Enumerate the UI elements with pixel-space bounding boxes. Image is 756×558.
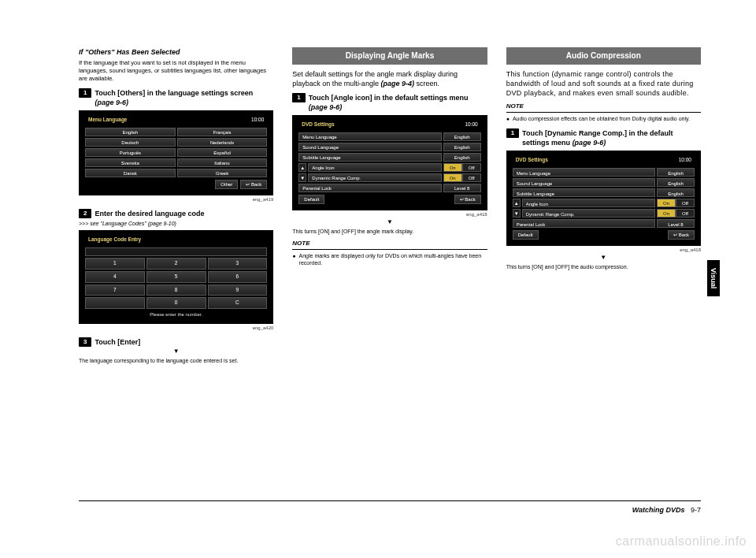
- lang-option[interactable]: Deutsch: [85, 138, 176, 147]
- keypad-key[interactable]: 7: [85, 285, 145, 296]
- step-number-icon: 1: [79, 88, 91, 98]
- keypad-key[interactable]: 5: [146, 271, 206, 283]
- lang-option[interactable]: Greek: [177, 169, 268, 177]
- step-text: Touch [Enter]: [94, 337, 140, 347]
- figure-caption: eng_a418: [506, 247, 701, 253]
- back-button[interactable]: ↩ Back: [454, 195, 481, 204]
- step-2: 2 Enter the desired language code: [79, 209, 273, 218]
- cross-reference: >>> see "Language Codes" (page 9-10): [79, 220, 273, 227]
- setting-value: Level 8: [657, 219, 695, 228]
- toggle[interactable]: OnOff: [443, 163, 481, 172]
- setting-label[interactable]: Parental Lock: [513, 219, 655, 228]
- intro-text: Set default settings for the angle mark …: [292, 69, 487, 88]
- keypad-key[interactable]: [85, 297, 145, 309]
- keypad-key[interactable]: 3: [208, 258, 268, 270]
- setting-label[interactable]: Subtitle Language: [298, 153, 441, 162]
- figure-caption: eng_a419: [79, 196, 273, 203]
- scroll-arrow-icon[interactable]: ▼: [298, 173, 306, 182]
- setting-label[interactable]: Sound Language: [298, 143, 441, 151]
- column-1: If "Others" Has Been Selected If the lan…: [79, 47, 273, 370]
- keypad-key[interactable]: 0: [146, 297, 206, 309]
- figure-caption: eng_a418: [292, 211, 487, 218]
- lang-option[interactable]: Svenska: [85, 158, 176, 167]
- screenshot-code-entry: Language Code Entry 1 2 3 4 5 6 7 8 9 0 …: [79, 230, 273, 324]
- column-2: Displaying Angle Marks Set default setti…: [292, 47, 487, 370]
- setting-label[interactable]: Subtitle Language: [513, 188, 655, 197]
- intro-text: If the language that you want to set is …: [79, 59, 273, 83]
- step-number-icon: 1: [292, 93, 305, 102]
- setting-value: English: [443, 143, 481, 151]
- shot-time: 10:00: [679, 157, 691, 164]
- lang-option[interactable]: English: [85, 128, 176, 136]
- note-text: ● Angle marks are displayed only for DVD…: [292, 252, 487, 267]
- setting-label[interactable]: Sound Language: [513, 178, 655, 187]
- step-text: Enter the desired language code: [94, 209, 204, 218]
- bullet-icon: ●: [506, 115, 510, 122]
- default-button[interactable]: Default: [513, 230, 539, 240]
- watermark: carmanualsonline.info: [616, 534, 747, 549]
- toggle[interactable]: OnOff: [657, 199, 695, 207]
- setting-label[interactable]: Menu Language: [298, 132, 441, 141]
- column-3: Audio Compression This function (dynamic…: [506, 47, 701, 370]
- keypad-key[interactable]: 9: [208, 285, 268, 296]
- step-number-icon: 3: [79, 337, 91, 347]
- other-button[interactable]: Other: [215, 180, 238, 189]
- step-text: Touch [Angle icon] in the default settin…: [309, 93, 487, 112]
- note-heading: NOTE: [506, 102, 701, 113]
- screenshot-menu-language: Menu Language 10:00 English Français Deu…: [79, 110, 273, 195]
- lang-option[interactable]: Italiano: [177, 158, 268, 167]
- flow-arrow-icon: ▼: [506, 254, 701, 262]
- intro-text: This function (dynamic range control) co…: [506, 69, 701, 98]
- shot-title: Menu Language: [88, 117, 127, 124]
- screenshot-dvd-settings: DVD Settings 10:00 Menu LanguageEnglish …: [506, 151, 701, 246]
- prompt-text: Please enter the number.: [85, 311, 267, 318]
- lang-option[interactable]: Dansk: [85, 169, 176, 177]
- setting-label[interactable]: Dynamic Range Comp.: [308, 173, 441, 182]
- back-button[interactable]: ↩ Back: [240, 180, 267, 189]
- shot-title: DVD Settings: [516, 157, 548, 164]
- keypad-key[interactable]: C: [208, 297, 268, 309]
- step-1: 1 Touch [Dynamic Range Comp.] in the def…: [506, 128, 701, 147]
- toggle[interactable]: OnOff: [657, 209, 695, 218]
- lang-option[interactable]: Nederlands: [177, 138, 268, 147]
- setting-value: English: [443, 153, 481, 162]
- back-button[interactable]: ↩ Back: [668, 230, 695, 240]
- code-entry-field[interactable]: [85, 247, 267, 256]
- section-tab: Visual: [707, 260, 720, 296]
- step-number-icon: 2: [79, 209, 91, 218]
- keypad-key[interactable]: 1: [85, 258, 145, 270]
- page-footer: Watching DVDs 9-7: [632, 506, 701, 514]
- setting-label[interactable]: Dynamic Range Comp.: [522, 209, 655, 218]
- scroll-arrow-icon[interactable]: ▼: [513, 209, 521, 218]
- subsection-heading: If "Others" Has Been Selected: [79, 47, 273, 57]
- shot-time: 10:00: [465, 121, 477, 128]
- back-icon: ↩: [246, 182, 250, 187]
- shot-time: 10:00: [251, 117, 264, 124]
- setting-label[interactable]: Angle Icon: [522, 199, 655, 207]
- lang-option[interactable]: Español: [177, 148, 268, 157]
- keypad-key[interactable]: 6: [208, 271, 268, 283]
- setting-label[interactable]: Parental Lock: [298, 184, 441, 192]
- shot-title: DVD Settings: [302, 121, 334, 128]
- default-button[interactable]: Default: [298, 195, 324, 204]
- scroll-arrow-icon[interactable]: ▲: [298, 163, 306, 172]
- result-text: This turns [ON] and [OFF] the audio comp…: [506, 263, 701, 270]
- result-text: The language corresponding to the langua…: [79, 357, 273, 364]
- toggle[interactable]: OnOff: [443, 173, 481, 182]
- keypad-key[interactable]: 4: [85, 271, 145, 283]
- section-heading: Audio Compression: [506, 47, 701, 65]
- setting-label[interactable]: Menu Language: [513, 168, 655, 177]
- step-1: 1 Touch [Others] in the language setting…: [79, 88, 273, 107]
- result-text: This turns [ON] and [OFF] the angle mark…: [292, 228, 487, 235]
- step-text: Touch [Dynamic Range Comp.] in the defau…: [522, 128, 701, 147]
- keypad-key[interactable]: 2: [146, 258, 206, 270]
- lang-option[interactable]: Português: [85, 148, 176, 157]
- setting-label[interactable]: Angle Icon: [308, 163, 441, 172]
- keypad-key[interactable]: 8: [146, 285, 206, 296]
- lang-option[interactable]: Français: [177, 128, 268, 136]
- bullet-icon: ●: [292, 252, 295, 267]
- scroll-arrow-icon[interactable]: ▲: [513, 199, 521, 207]
- step-number-icon: 1: [506, 128, 519, 138]
- step-1: 1 Touch [Angle icon] in the default sett…: [292, 93, 487, 112]
- setting-value: English: [657, 178, 695, 187]
